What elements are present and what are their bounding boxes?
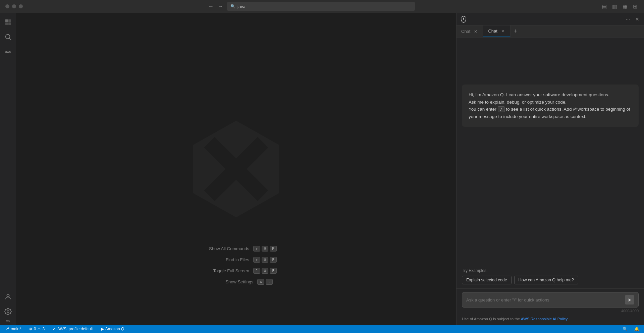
title-nav: ← → 🔍 java [208,2,415,11]
svg-rect-0 [5,19,8,22]
try-examples: Try Examples: Explain selected code How … [457,268,644,288]
status-errors[interactable]: ⊗ 0 ⚠ 3 [28,327,46,331]
svg-point-4 [6,35,10,39]
status-bar: ⎇ main* ⊗ 0 ⚠ 3 ✓ AWS: profile:default ▶… [0,325,644,333]
notification-icon: 🔔 [634,327,639,331]
tab-label-1: Chat [461,29,470,34]
key-cmd-s: ⌘ [257,279,264,285]
layout-icon-1[interactable]: ▤ [600,3,608,10]
shortcut-row-fullscreen: Toggle Full Screen ^ ⌘ F [196,268,277,274]
shortcut-label-find: Find in Files [196,257,249,262]
layout-icon-3[interactable]: ▦ [621,3,629,10]
warning-count: 3 [42,327,45,331]
chat-footer: Use of Amazon Q is subject to the AWS Re… [457,315,644,325]
key-p: P [270,246,277,252]
svg-point-6 [7,294,9,297]
shortcut-keys-find: ⇧ ⌘ F [253,257,277,263]
sidebar-item-settings[interactable] [1,305,15,318]
shortcut-label-fullscreen: Toggle Full Screen [196,268,249,273]
branch-icon: ⎇ [5,327,9,331]
branch-label: main* [11,327,21,331]
chat-input-field[interactable] [466,297,622,302]
shortcut-keys-settings: ⌘ , [257,279,272,285]
status-zoom[interactable]: 🔍 [621,327,629,331]
key-cmd-fs: ⌘ [262,268,269,274]
ws-label: ws [6,319,10,322]
svg-rect-2 [5,22,8,25]
main-layout: aws ws Show All Commands [0,13,644,325]
dot-maximize [19,4,23,8]
forward-arrow[interactable]: → [218,3,223,9]
tab-label-2: Chat [488,29,497,34]
error-count: 0 [34,327,36,331]
status-notifications[interactable]: 🔔 [633,327,641,331]
svg-line-5 [9,38,11,40]
footer-text-after: . [569,317,570,321]
shortcut-row-settings: Show Settings ⌘ , [200,279,272,285]
shortcut-keys-commands: ⇧ ⌘ P [253,246,277,252]
shortcut-keys-fullscreen: ^ ⌘ F [253,268,277,274]
dot-close [5,4,9,8]
slash-code-inline: / [498,106,505,112]
tab-chat-2[interactable]: Chat ✕ [483,25,510,37]
side-panel: ··· ✕ Chat ✕ Chat ✕ + Hi, I'm Amazon Q. … [456,13,644,325]
key-cmd-f: ⌘ [262,257,269,263]
title-right-actions: ▤ ▥ ▦ ⊞ [600,3,639,10]
status-amazonq[interactable]: ▶ Amazon Q [100,327,126,331]
svg-rect-3 [8,22,11,25]
footer-link[interactable]: AWS Responsible AI Policy [521,317,568,321]
amazonq-panel-icon [460,15,467,23]
tab-close-1[interactable]: ✕ [473,29,478,34]
tabs-bar: Chat ✕ Chat ✕ + [457,25,644,38]
title-search[interactable]: 🔍 java [227,2,415,11]
amazonq-label: Amazon Q [105,327,124,331]
activity-bar: aws ws [0,13,16,325]
svg-rect-1 [8,19,11,22]
welcome-message: Hi, I'm Amazon Q. I can answer your soft… [462,85,639,127]
tab-close-2[interactable]: ✕ [500,29,505,34]
footer-text: Use of Amazon Q is subject to the [462,317,521,321]
example-btn-help[interactable]: How can Amazon Q help me? [514,276,578,284]
close-panel-btn[interactable]: ✕ [634,16,641,22]
key-f: F [270,257,277,263]
editor-area: Show All Commands ⇧ ⌘ P Find in Files ⇧ … [16,13,456,325]
panel-header-actions: ··· ✕ [625,16,641,22]
back-arrow[interactable]: ← [208,3,214,9]
shortcut-row-commands: Show All Commands ⇧ ⌘ P [196,246,277,252]
status-branch[interactable]: ⎇ main* [3,327,22,331]
panel-header: ··· ✕ [457,13,644,25]
welcome-line1: Hi, I'm Amazon Q. I can answer your soft… [469,92,609,97]
welcome-line3-prefix: You can enter [469,107,498,112]
chat-input-area: ➤ 4000/4000 [457,288,644,315]
char-count: 4000/4000 [462,309,639,313]
layout-icon-2[interactable]: ▥ [611,3,619,10]
examples-row: Explain selected code How can Amazon Q h… [462,276,639,284]
window-controls [5,4,23,8]
key-shift-f: ⇧ [253,257,260,263]
status-aws-profile[interactable]: ✓ AWS: profile:default [51,327,94,331]
search-value: java [237,4,246,9]
search-icon: 🔍 [230,4,235,9]
shortcut-row-find: Find in Files ⇧ ⌘ F [196,257,277,263]
dot-minimize [12,4,16,8]
layout-icon-4[interactable]: ⊞ [632,3,639,10]
sidebar-item-search[interactable] [1,30,15,44]
sidebar-item-account[interactable] [1,290,15,303]
shortcut-label-settings: Show Settings [200,279,253,284]
sidebar-item-aws[interactable]: aws [1,45,15,58]
title-bar: ← → 🔍 java ▤ ▥ ▦ ⊞ [0,0,644,13]
key-ctrl: ^ [253,268,260,274]
example-btn-explain[interactable]: Explain selected code [462,276,512,284]
more-actions-btn[interactable]: ··· [625,16,631,22]
chat-input-box[interactable]: ➤ [462,292,639,308]
aws-profile-label: AWS: profile:default [57,327,93,331]
key-shift: ⇧ [253,246,260,252]
chat-send-btn[interactable]: ➤ [625,295,634,304]
tab-chat-1[interactable]: Chat ✕ [457,25,483,37]
key-f-fs: F [270,268,277,274]
sidebar-item-explorer[interactable] [1,15,15,29]
zoom-icon: 🔍 [623,327,628,331]
play-icon: ▶ [101,327,104,331]
vscode-logo [182,115,290,223]
tab-add-btn[interactable]: + [511,25,521,37]
